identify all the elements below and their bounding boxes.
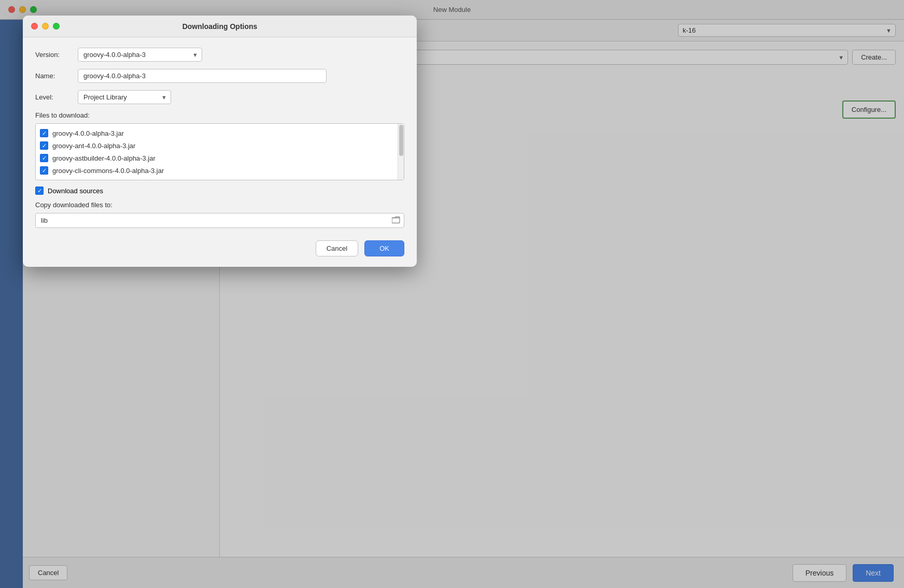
- file-name-2: groovy-astbuilder-4.0.0-alpha-3.jar: [52, 154, 156, 162]
- copy-files-input[interactable]: [35, 213, 404, 228]
- file-name-3: groovy-cli-commons-4.0.0-alpha-3.jar: [52, 167, 164, 175]
- dialog-ok-button[interactable]: OK: [364, 240, 404, 256]
- dialog-body: Version: groovy-4.0.0-alpha-3 ▼ Name: L: [23, 37, 417, 267]
- dialog-traffic-lights: [31, 23, 60, 30]
- level-dropdown[interactable]: Project Library: [78, 90, 171, 104]
- files-list-inner: ✓ groovy-4.0.0-alpha-3.jar ✓ groovy-ant-…: [36, 124, 404, 180]
- file-checkbox-1[interactable]: ✓: [40, 141, 48, 150]
- level-row: Level: Project Library ▼: [35, 90, 404, 104]
- dialog-footer: Cancel OK: [35, 238, 404, 256]
- copy-files-input-wrapper: [35, 213, 404, 228]
- level-label: Level:: [35, 93, 72, 101]
- download-sources-checkbox[interactable]: ✓: [35, 187, 44, 195]
- file-name-0: groovy-4.0.0-alpha-3.jar: [52, 130, 124, 137]
- version-dropdown[interactable]: groovy-4.0.0-alpha-3: [78, 48, 202, 62]
- download-sources-check: ✓: [37, 188, 42, 194]
- download-sources-row: ✓ Download sources: [35, 187, 404, 195]
- copy-files-label: Copy downloaded files to:: [35, 201, 404, 209]
- files-scrollbar-thumb: [399, 125, 403, 156]
- file-checkbox-3[interactable]: ✓: [40, 166, 48, 175]
- version-row: Version: groovy-4.0.0-alpha-3 ▼: [35, 48, 404, 62]
- name-row: Name:: [35, 69, 404, 83]
- files-to-download-label: Files to download:: [35, 111, 404, 119]
- name-label: Name:: [35, 72, 72, 80]
- file-item-0[interactable]: ✓ groovy-4.0.0-alpha-3.jar: [40, 127, 400, 139]
- file-checkbox-0[interactable]: ✓: [40, 129, 48, 137]
- files-section: Files to download: ✓ groovy-4.0.0-alpha-…: [35, 111, 404, 180]
- dialog-maximize-button[interactable]: [53, 23, 60, 30]
- dialog-title: Downloading Options: [182, 22, 258, 31]
- dialog-cancel-button[interactable]: Cancel: [316, 240, 358, 256]
- name-input[interactable]: [78, 69, 327, 83]
- files-list: ✓ groovy-4.0.0-alpha-3.jar ✓ groovy-ant-…: [35, 123, 404, 180]
- checkbox-check-0: ✓: [42, 131, 47, 136]
- version-label: Version:: [35, 51, 72, 59]
- main-window: New Module k-16 ▼: [0, 0, 904, 588]
- svg-rect-8: [392, 218, 400, 223]
- file-item-2[interactable]: ✓ groovy-astbuilder-4.0.0-alpha-3.jar: [40, 152, 400, 164]
- downloading-options-dialog: Downloading Options Version: groovy-4.0.…: [23, 16, 417, 267]
- version-dropdown-wrapper: groovy-4.0.0-alpha-3 ▼: [78, 48, 202, 62]
- file-item-3[interactable]: ✓ groovy-cli-commons-4.0.0-alpha-3.jar: [40, 164, 400, 177]
- browse-folder-icon[interactable]: [392, 216, 400, 225]
- file-checkbox-2[interactable]: ✓: [40, 154, 48, 162]
- file-item-1[interactable]: ✓ groovy-ant-4.0.0-alpha-3.jar: [40, 139, 400, 152]
- files-scrollbar[interactable]: [398, 124, 404, 180]
- checkbox-check-1: ✓: [42, 143, 47, 149]
- file-name-1: groovy-ant-4.0.0-alpha-3.jar: [52, 142, 135, 150]
- dialog-titlebar: Downloading Options: [23, 16, 417, 37]
- level-dropdown-wrapper: Project Library ▼: [78, 90, 171, 104]
- checkbox-check-3: ✓: [42, 168, 47, 174]
- copy-files-section: Copy downloaded files to:: [35, 201, 404, 228]
- download-sources-label: Download sources: [48, 187, 103, 195]
- checkbox-check-2: ✓: [42, 155, 47, 161]
- dialog-minimize-button[interactable]: [42, 23, 49, 30]
- dialog-overlay: Downloading Options Version: groovy-4.0.…: [0, 0, 904, 588]
- dialog-close-button[interactable]: [31, 23, 38, 30]
